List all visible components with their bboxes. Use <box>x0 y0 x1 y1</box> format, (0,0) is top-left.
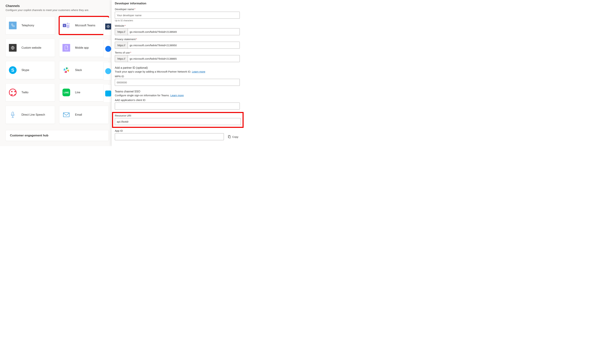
svg-point-11 <box>68 71 69 72</box>
copy-button[interactable]: Copy <box>227 134 240 139</box>
terms-input[interactable] <box>128 55 240 62</box>
resource-uri-label: Resource URI <box>115 114 241 117</box>
globe-icon <box>105 24 111 29</box>
privacy-input[interactable] <box>128 42 240 48</box>
channel-card-partial[interactable] <box>103 40 111 58</box>
svg-rect-6 <box>66 67 67 69</box>
channel-card-twilio[interactable]: Twilio <box>6 83 55 102</box>
partner-heading: Add a partner ID (optional) <box>115 66 240 69</box>
mobile-icon <box>62 44 70 52</box>
channel-card-slack[interactable]: Slack <box>59 61 109 79</box>
sso-heading: Teams channel SSO <box>115 90 240 93</box>
teams-icon: T <box>62 22 70 29</box>
svg-text:T: T <box>64 24 65 27</box>
partner-learn-more-link[interactable]: Learn more <box>192 70 205 73</box>
partner-desc: Track your app's usage by adding a Micro… <box>115 70 240 73</box>
channel-label: Direct Line Speech <box>21 113 45 116</box>
channel-card-custom-website[interactable]: Custom website <box>6 39 55 57</box>
channel-card-partial[interactable] <box>103 17 111 36</box>
channel-card-telephony[interactable]: Telephony <box>6 16 55 34</box>
channel-card-partial[interactable] <box>103 62 111 80</box>
mic-icon <box>9 111 17 119</box>
copy-icon <box>228 135 231 138</box>
svg-rect-5 <box>65 46 68 50</box>
resource-uri-highlight: Resource URI <box>112 112 243 128</box>
svg-rect-17 <box>229 136 230 138</box>
channel-label: Mobile app <box>75 46 89 49</box>
email-icon <box>62 111 70 119</box>
channel-label: Email <box>75 113 82 116</box>
mpn-input[interactable] <box>115 79 240 86</box>
telephony-icon <box>9 22 17 29</box>
channel-card-teams[interactable]: T Microsoft Teams <box>59 16 109 34</box>
dev-name-label: Developer name* <box>115 8 240 11</box>
channel-card-line[interactable]: LINE Line <box>59 83 109 102</box>
channel-card-partial[interactable] <box>103 84 111 103</box>
slack-icon <box>62 66 70 74</box>
channel-label: Microsoft Teams <box>75 24 95 27</box>
svg-point-10 <box>67 68 68 69</box>
channel-card-skype[interactable]: S Skype <box>6 61 55 79</box>
facebook-icon <box>105 46 111 52</box>
channel-label: Twilio <box>21 91 28 94</box>
website-label: Website* <box>115 24 240 27</box>
channel-label: Skype <box>21 69 29 72</box>
dev-name-input[interactable] <box>115 12 240 19</box>
developer-info-heading: Developer information <box>115 2 240 5</box>
svg-rect-8 <box>66 71 67 73</box>
groupme-icon <box>105 91 111 97</box>
privacy-label: Privacy statement* <box>115 38 240 41</box>
channel-label: Custom website <box>21 46 41 49</box>
svg-point-12 <box>65 72 66 72</box>
svg-rect-9 <box>64 69 66 71</box>
app-id-label: App ID <box>115 129 240 132</box>
aad-client-id-label: AAD application's client ID <box>115 98 240 102</box>
globe-icon <box>9 44 17 52</box>
twilio-icon <box>9 89 17 96</box>
channel-card-email[interactable]: Email <box>59 106 109 124</box>
url-prefix: https:// <box>115 42 128 48</box>
svg-rect-7 <box>67 70 69 71</box>
svg-point-13 <box>64 68 65 69</box>
mpn-label: MPN ID <box>115 75 240 78</box>
channel-label: Line <box>75 91 80 94</box>
app-id-input[interactable] <box>115 133 224 140</box>
svg-rect-14 <box>12 112 14 115</box>
terms-label: Terms of use* <box>115 51 240 54</box>
channel-card-direct-line-speech[interactable]: Direct Line Speech <box>6 106 55 124</box>
svg-rect-15 <box>63 113 69 117</box>
sso-desc: Configure single sign-on information for… <box>115 94 240 97</box>
skype-icon: S <box>9 66 17 74</box>
channel-card-mobile-app[interactable]: Mobile app <box>59 39 109 57</box>
hub-title: Customer engagement hub <box>10 134 48 137</box>
line-icon: LINE <box>62 89 70 96</box>
svg-point-2 <box>67 23 68 24</box>
resource-uri-input[interactable] <box>115 118 241 125</box>
channels-subtitle: Configure your copilot channels to meet … <box>6 8 109 12</box>
sso-learn-more-link[interactable]: Learn more <box>170 94 184 97</box>
url-prefix: https:// <box>115 55 128 62</box>
channel-label: Slack <box>75 69 82 72</box>
customer-engagement-hub-card[interactable]: Customer engagement hub <box>6 130 109 141</box>
telegram-icon <box>105 68 111 74</box>
url-prefix: https:// <box>115 28 128 35</box>
channel-label: Telephony <box>21 24 34 27</box>
aad-client-id-input[interactable] <box>115 103 240 110</box>
website-input[interactable] <box>128 28 240 35</box>
channels-heading: Channels <box>6 4 109 8</box>
dev-name-hint: Up to 32 characters <box>115 19 240 22</box>
svg-point-3 <box>69 23 70 24</box>
